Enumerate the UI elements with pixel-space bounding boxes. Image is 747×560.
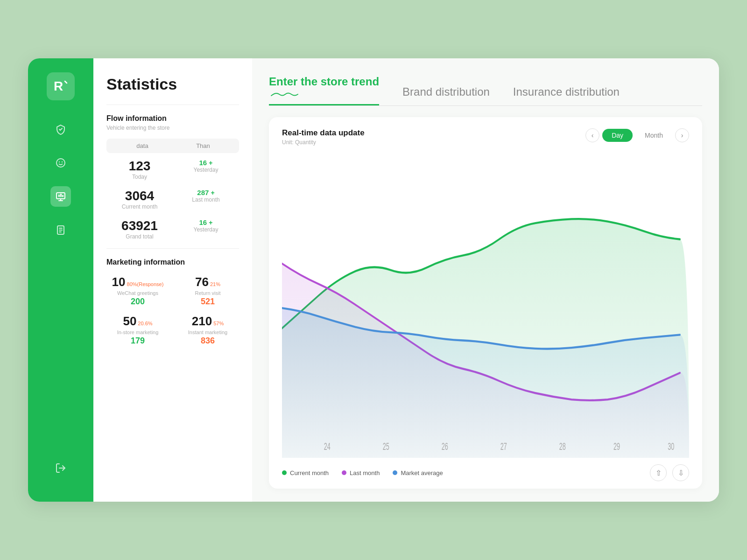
mkt-instant: 210 57% Instant marketing 836 (176, 314, 239, 346)
mkt-wechat-sub: 200 (131, 297, 145, 307)
logo[interactable]: R (47, 72, 75, 100)
stats-panel: Statistics Flow information Vehicle ente… (93, 58, 252, 502)
svg-text:24: 24 (324, 440, 331, 452)
prev-btn[interactable]: ‹ (585, 128, 599, 142)
stat-cell-month-value: 3064 Current month (106, 189, 173, 210)
legend-arrows: ⇧ ⇩ (650, 464, 689, 481)
sidebar: R (28, 58, 93, 502)
today-label: Today (132, 174, 147, 180)
chart-unit: Unit: Quantity (282, 139, 365, 146)
month-value: 3064 (125, 189, 154, 203)
mkt-return: 76 21% Return visit 521 (176, 275, 239, 307)
next-btn[interactable]: › (675, 128, 689, 142)
svg-text:28: 28 (559, 440, 566, 452)
page-title: Statistics (106, 75, 239, 93)
mkt-instore-sub: 179 (131, 336, 145, 346)
main-content: Enter the store trend Brand distribution… (252, 58, 719, 502)
legend-dot-current (282, 470, 287, 475)
mkt-return-pct: 21% (210, 281, 220, 287)
chart-header: Real-time data update Unit: Quantity ‹ D… (282, 128, 689, 146)
chart-legend: Current month Last month Market average … (282, 464, 689, 481)
marketing-grid: 10 80%(Response) WeChat greetings 200 76… (106, 275, 239, 346)
mkt-instore: 50 20.6% In-store marketing 179 (106, 314, 169, 346)
tab-store-trend[interactable]: Enter the store trend (269, 75, 379, 105)
legend-last-month: Last month (342, 469, 380, 476)
stat-cell-total-value: 63921 Grand total (106, 218, 173, 240)
svg-text:27: 27 (500, 440, 507, 452)
mkt-instant-sub: 836 (201, 336, 215, 346)
sidebar-item-shield[interactable] (50, 119, 71, 140)
scroll-down-btn[interactable]: ⇩ (672, 464, 689, 481)
today-diff: 16 + (199, 159, 212, 167)
total-diff: 16 + (199, 218, 212, 226)
month-diff-label: Last month (192, 196, 219, 203)
scroll-up-btn[interactable]: ⇧ (650, 464, 667, 481)
mkt-wechat-pct: 80%(Response) (127, 281, 164, 287)
sidebar-item-document[interactable] (50, 220, 71, 240)
mkt-wechat-main: 10 (112, 275, 126, 289)
flow-section-subtitle: Vehicle entering the store (106, 125, 239, 131)
divider2 (106, 248, 239, 249)
legend-dot-last (342, 470, 346, 475)
mkt-instant-pct: 57% (213, 321, 224, 326)
total-diff-label: Yesterday (194, 226, 218, 233)
svg-text:25: 25 (383, 440, 389, 452)
col-than: Than (173, 142, 233, 149)
mkt-instore-main: 50 (123, 314, 136, 329)
sidebar-nav (50, 119, 71, 458)
today-value: 123 (129, 159, 151, 174)
col-data: data (112, 142, 173, 149)
chart-title: Real-time data update (282, 128, 365, 138)
legend-market-avg: Market average (393, 469, 443, 476)
stat-row-month: 3064 Current month 287 + Last month (106, 189, 239, 210)
svg-point-3 (62, 161, 63, 162)
mkt-instore-pct: 20.6% (138, 321, 152, 326)
tab-brand-distribution[interactable]: Brand distribution (402, 85, 490, 105)
svg-text:26: 26 (442, 440, 448, 452)
svg-rect-5 (58, 195, 60, 197)
month-diff: 287 + (197, 189, 214, 196)
sidebar-item-face[interactable] (50, 153, 71, 173)
mkt-return-sub: 521 (201, 297, 215, 307)
legend-label-avg: Market average (401, 469, 443, 476)
day-btn[interactable]: Day (602, 129, 633, 142)
svg-text:30: 30 (668, 440, 674, 452)
chart-card: Real-time data update Unit: Quantity ‹ D… (269, 117, 702, 489)
sidebar-item-monitor[interactable] (50, 186, 71, 207)
mkt-return-label: Return visit (195, 290, 220, 296)
logout-icon[interactable] (50, 458, 71, 478)
legend-label-last: Last month (350, 469, 380, 476)
svg-rect-7 (62, 195, 63, 197)
stat-row-today: 123 Today 16 + Yesterday (106, 159, 239, 180)
mkt-instore-label: In-store marketing (117, 329, 159, 335)
stat-cell-today-diff: 16 + Yesterday (173, 159, 239, 180)
stat-cell-total-diff: 16 + Yesterday (173, 218, 239, 240)
svg-text:R: R (54, 79, 63, 93)
chart-svg-wrap: 24 25 26 27 28 29 30 (282, 150, 689, 458)
total-value: 63921 (121, 218, 158, 233)
tabs: Enter the store trend Brand distribution… (269, 75, 702, 106)
legend-items: Current month Last month Market average (282, 469, 443, 476)
mkt-instant-main: 210 (192, 314, 212, 329)
stat-row-total: 63921 Grand total 16 + Yesterday (106, 218, 239, 240)
mkt-instant-label: Instant marketing (188, 329, 227, 335)
svg-text:29: 29 (613, 440, 620, 452)
month-btn[interactable]: Month (635, 129, 672, 142)
divider (106, 105, 239, 105)
legend-current-month: Current month (282, 469, 329, 476)
flow-table-header: data Than (106, 139, 239, 153)
mkt-return-main: 76 (195, 275, 209, 289)
flow-section-title: Flow information (106, 114, 239, 123)
month-label: Current month (122, 203, 158, 210)
sidebar-bottom (50, 458, 71, 488)
today-diff-label: Yesterday (194, 167, 218, 173)
svg-point-2 (59, 161, 60, 162)
marketing-section-title: Marketing information (106, 258, 239, 266)
total-label: Grand total (126, 233, 153, 240)
legend-label-current: Current month (290, 469, 329, 476)
tab-insurance-distribution[interactable]: Insurance distribution (513, 85, 620, 105)
stat-cell-today-value: 123 Today (106, 159, 173, 180)
mkt-wechat-label: WeChat greetings (117, 290, 158, 296)
svg-rect-6 (60, 194, 62, 197)
legend-dot-avg (393, 470, 397, 475)
